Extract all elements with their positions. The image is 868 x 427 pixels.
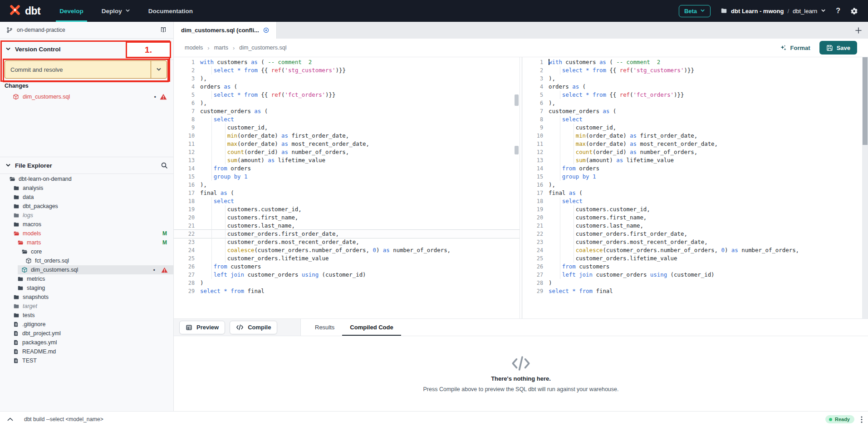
search-icon[interactable] xyxy=(161,162,168,169)
breadcrumb-item-marts[interactable]: marts xyxy=(214,45,228,51)
code-line[interactable]: 13 sum(amount) as lifetime_value xyxy=(522,156,868,164)
tree-item-packages-yml[interactable]: packages.yml xyxy=(0,338,173,347)
code-line[interactable]: 2 select * from {{ ref('stg_customers')}… xyxy=(174,66,520,74)
code-line[interactable]: 7customer_orders as ( xyxy=(174,107,520,115)
tab-compiled-code[interactable]: Compiled Code xyxy=(342,319,401,336)
code-line[interactable]: 16), xyxy=(174,181,520,189)
tree-item-data[interactable]: data xyxy=(0,193,173,202)
code-line[interactable]: 4orders as ( xyxy=(522,83,868,91)
code-line[interactable]: 9 customer_id, xyxy=(174,124,520,132)
code-line[interactable]: 15 group by 1 xyxy=(522,173,868,181)
nav-develop[interactable]: Develop xyxy=(59,0,83,22)
code-line[interactable]: 15 group by 1 xyxy=(174,173,520,181)
beta-dropdown[interactable]: Beta xyxy=(679,5,711,17)
breadcrumb-item-models[interactable]: models xyxy=(185,45,203,51)
tree-item-fct-orders-sql[interactable]: fct_orders.sql xyxy=(0,256,173,265)
tree-item-models[interactable]: modelsM xyxy=(0,229,173,238)
version-control-header[interactable]: Version Control xyxy=(0,39,173,60)
code-line[interactable]: 10 min(order_date) as first_order_date, xyxy=(174,132,520,140)
code-line[interactable]: 25 customer_orders.lifetime_value xyxy=(522,254,868,263)
code-line[interactable]: 13 sum(amount) as lifetime_value xyxy=(174,156,520,164)
tree-item-core[interactable]: core xyxy=(0,247,173,256)
nav-documentation[interactable]: Documentation xyxy=(148,0,193,22)
code-line[interactable]: 29select * from final xyxy=(174,287,520,295)
code-line[interactable]: 4orders as ( xyxy=(174,83,520,91)
code-line[interactable]: 26 from customers xyxy=(174,263,520,271)
code-line[interactable]: 28) xyxy=(174,279,520,287)
code-line[interactable]: 1with customers as ( -- comment 2 xyxy=(174,58,520,66)
code-line[interactable]: 3), xyxy=(174,74,520,83)
tree-item--gitignore[interactable]: .gitignore xyxy=(0,320,173,329)
code-line[interactable]: 6), xyxy=(522,99,868,107)
branch-row[interactable]: on-demand-practice xyxy=(0,22,173,39)
account-selector[interactable]: dbt Learn - mwong / dbt_learn xyxy=(721,8,826,15)
code-line[interactable]: 19 customers.customer_id, xyxy=(522,205,868,214)
code-line[interactable]: 21 customers.last_name, xyxy=(174,222,520,230)
editor-pane-left[interactable]: 1with customers as ( -- comment 22 selec… xyxy=(174,57,520,318)
chevron-up-icon[interactable] xyxy=(7,417,13,421)
code-line[interactable]: 6), xyxy=(174,99,520,107)
save-button[interactable]: Save xyxy=(819,41,857,55)
tree-item-readme-md[interactable]: README.md xyxy=(0,347,173,356)
code-line[interactable]: 5 select * from {{ ref('fct_orders')}} xyxy=(522,91,868,99)
breadcrumb-item-dim-customers-sql[interactable]: dim_customers.sql xyxy=(239,45,286,51)
code-line[interactable]: 17final as ( xyxy=(174,189,520,197)
tree-item-logs[interactable]: logs xyxy=(0,211,173,220)
tree-item-staging[interactable]: staging xyxy=(0,283,173,293)
tree-item-dbt-learn-on-demand[interactable]: dbt-learn-on-demand xyxy=(0,174,173,184)
code-line[interactable]: 9 customer_id, xyxy=(522,124,868,132)
nav-deploy[interactable]: Deploy xyxy=(102,0,130,22)
code-line[interactable]: 28) xyxy=(522,279,868,287)
tab-dim-customers[interactable]: dim_customers.sql (confli... xyxy=(174,22,277,39)
code-line[interactable]: 17final as ( xyxy=(522,189,868,197)
code-line[interactable]: 11 max(order_date) as most_recent_order_… xyxy=(174,140,520,148)
code-line[interactable]: 19 customers.customer_id, xyxy=(174,205,520,214)
code-line[interactable]: 20 customers.first_name, xyxy=(174,214,520,222)
tree-item-dbt-packages[interactable]: dbt_packages xyxy=(0,202,173,211)
command-input[interactable]: dbt build --select <model_name> xyxy=(24,416,825,422)
code-line[interactable]: 25 customer_orders.lifetime_value xyxy=(174,254,520,263)
code-line[interactable]: 18 select xyxy=(522,197,868,205)
code-line[interactable]: 27 left join customer_orders using (cust… xyxy=(174,271,520,279)
code-line[interactable]: 21 customers.last_name, xyxy=(522,222,868,230)
compile-button[interactable]: Compile xyxy=(230,321,277,334)
tree-item-macros[interactable]: macros xyxy=(0,220,173,229)
code-line[interactable]: 29select * from final xyxy=(522,287,868,295)
code-line[interactable]: 26 from customers xyxy=(522,263,868,271)
code-line[interactable]: 22 customer_orders.first_order_date, xyxy=(174,230,520,238)
code-line[interactable]: 3), xyxy=(522,74,868,83)
code-line[interactable]: 8 select xyxy=(522,115,868,124)
tree-item-dbt-project-yml[interactable]: dbt_project.yml xyxy=(0,329,173,338)
changed-file-dim-customers[interactable]: dim_customers.sql • xyxy=(0,92,173,102)
tree-item-analysis[interactable]: analysis xyxy=(0,184,173,193)
commit-dropdown-caret[interactable] xyxy=(151,61,167,78)
code-line[interactable]: 5 select * from {{ ref('fct_orders')}} xyxy=(174,91,520,99)
code-line[interactable]: 24 coalesce(customer_orders.number_of_or… xyxy=(174,246,520,254)
file-explorer-header[interactable]: File Explorer xyxy=(0,157,173,174)
kebab-menu-icon[interactable] xyxy=(861,416,863,423)
code-line[interactable]: 23 customer_orders.most_recent_order_dat… xyxy=(174,238,520,246)
code-line[interactable]: 8 select xyxy=(174,115,520,124)
new-tab-icon[interactable] xyxy=(855,27,862,34)
format-button[interactable]: Format xyxy=(780,45,810,51)
tab-results[interactable]: Results xyxy=(307,319,342,336)
gear-icon[interactable] xyxy=(850,7,858,15)
tree-item-metrics[interactable]: metrics xyxy=(0,274,173,283)
code-line[interactable]: 14 from orders xyxy=(174,164,520,173)
code-line[interactable]: 18 select xyxy=(174,197,520,205)
code-line[interactable]: 27 left join customer_orders using (cust… xyxy=(522,271,868,279)
code-line[interactable]: 2 select * from {{ ref('stg_customers')}… xyxy=(522,66,868,74)
commit-and-resolve-button[interactable]: Commit and resolve xyxy=(5,60,167,79)
tree-item-snapshots[interactable]: snapshots xyxy=(0,293,173,302)
code-line[interactable]: 7customer_orders as ( xyxy=(522,107,868,115)
code-line[interactable]: 11 max(order_date) as most_recent_order_… xyxy=(522,140,868,148)
docs-book-icon[interactable] xyxy=(160,26,167,34)
code-line[interactable]: 23 customer_orders.most_recent_order_dat… xyxy=(522,238,868,246)
editor-pane-right[interactable]: 1with customers as ( -- comment 22 selec… xyxy=(522,57,868,318)
code-line[interactable]: 12 count(order_id) as number_of_orders, xyxy=(174,148,520,156)
code-line[interactable]: 10 min(order_date) as first_order_date, xyxy=(522,132,868,140)
dbt-logo[interactable]: dbt xyxy=(8,3,40,19)
help-icon[interactable]: ? xyxy=(836,7,840,15)
tree-item-dim-customers-sql[interactable]: dim_customers.sql• xyxy=(18,265,173,274)
tree-item-tests[interactable]: tests xyxy=(0,311,173,320)
